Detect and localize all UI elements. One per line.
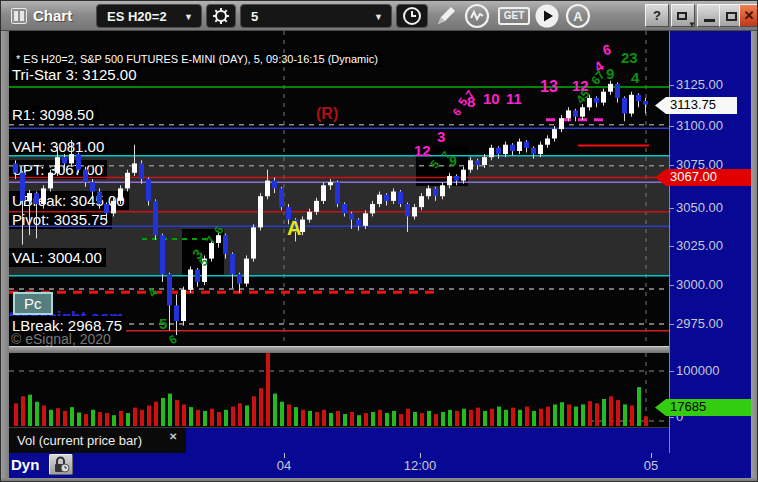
volume-bar [364,413,368,426]
annotate-button[interactable]: A [564,3,592,29]
volume-bar [350,412,354,426]
lock-clock-icon [50,455,72,474]
candle-body [132,163,137,172]
popout-button[interactable]: ▼ [671,4,695,27]
volume-bar [616,400,620,426]
volume-bar [560,402,564,426]
candle-body [377,195,382,204]
close-button[interactable]: ✕ [739,4,758,27]
candle-body [118,188,123,200]
symbol-select[interactable]: ES H20=2 ▼ [96,4,202,28]
volume-bar [385,413,389,426]
candle-body [83,170,88,182]
volume-bar [308,411,312,426]
volume-bar [154,402,158,426]
pencil-icon [434,3,460,29]
candle-body [216,235,221,243]
help-button[interactable]: ? [645,4,669,27]
dyn-label[interactable]: Dyn [11,456,39,473]
candle-body [160,235,165,274]
candle-body [97,192,102,204]
volume-bar [273,394,277,426]
volume-bar [602,399,606,426]
candle-body [447,176,452,185]
volume-bar [448,410,452,426]
candle-body [111,201,116,213]
volume-bar [21,396,25,426]
volume-bar [56,408,60,426]
volume-bar [224,410,228,426]
candle-body [244,259,249,284]
volume-bar [483,411,487,426]
candle-body [629,95,634,114]
symbol-settings-button[interactable] [206,4,236,28]
volume-bar [525,407,529,426]
candle-body [20,173,25,201]
volume-bar [497,407,501,426]
candle-body [272,181,277,189]
volume-bar [462,409,466,426]
price-axis-label: 3100.00 [676,118,723,133]
candle-body [293,220,298,232]
candle-body [391,192,396,201]
price-chart [9,31,669,346]
studies-button[interactable] [463,3,491,29]
panel-divider[interactable] [9,346,669,353]
vol-tab-close-icon[interactable]: ✕ [169,431,177,442]
candle-body [461,170,466,181]
play-button[interactable] [533,3,561,29]
candle-body [580,107,585,116]
title-bar[interactable]: Chart ES H20=2 ▼ 5 ▼ [1,1,758,31]
candle-body [356,220,361,226]
minimize-button[interactable] [697,4,721,27]
candle-body [300,220,305,232]
candle-body [34,193,39,204]
axis-tick [669,208,674,209]
candle-body [48,173,53,189]
axis-tick [651,453,652,458]
vol-tab[interactable]: Vol (current price bar) ✕ [9,428,186,454]
volume-bar [259,388,263,426]
candle-body [643,101,648,105]
volume-bar [238,403,242,426]
gear-icon [207,5,235,27]
volume-bar [105,413,109,426]
candle-body [314,201,319,212]
candle-body [251,227,256,258]
candle-body [153,201,158,235]
candle-body [62,157,67,163]
volume-bar [546,407,550,426]
volume-bar [637,387,641,426]
candle-body [209,243,214,259]
time-axis[interactable]: Dyn 0412:0005 [9,453,751,478]
price-axis-label: 2975.00 [676,316,723,331]
lock-button[interactable] [49,454,73,475]
candle-body [433,188,438,196]
time-template-button[interactable] [396,4,428,28]
volume-chart [9,353,669,426]
candle-body [426,188,431,196]
get-button[interactable]: GET [498,7,530,25]
candle-body [440,185,445,196]
candle-body [349,213,354,219]
price-axis-label: 3000.00 [676,277,723,292]
draw-button[interactable] [434,3,460,29]
interval-select[interactable]: 5 ▼ [240,4,392,28]
candle-body [622,98,627,114]
chevron-down-icon: ▼ [184,12,193,22]
volume-bar [581,404,585,426]
candle-body [335,182,340,204]
volume-bar [588,401,592,426]
candle-body [608,84,613,92]
volume-bar [98,412,102,426]
price-tag-white: 3113.75 [655,97,737,114]
candle-body [419,196,424,207]
volume-bar [14,403,18,426]
price-axis-label: 3025.00 [676,238,723,253]
candle-body [468,160,473,169]
wave-icon [463,3,491,29]
candle-body [636,95,641,101]
candle-body [412,207,417,216]
candle-body [90,182,95,191]
candle-body [503,145,508,154]
